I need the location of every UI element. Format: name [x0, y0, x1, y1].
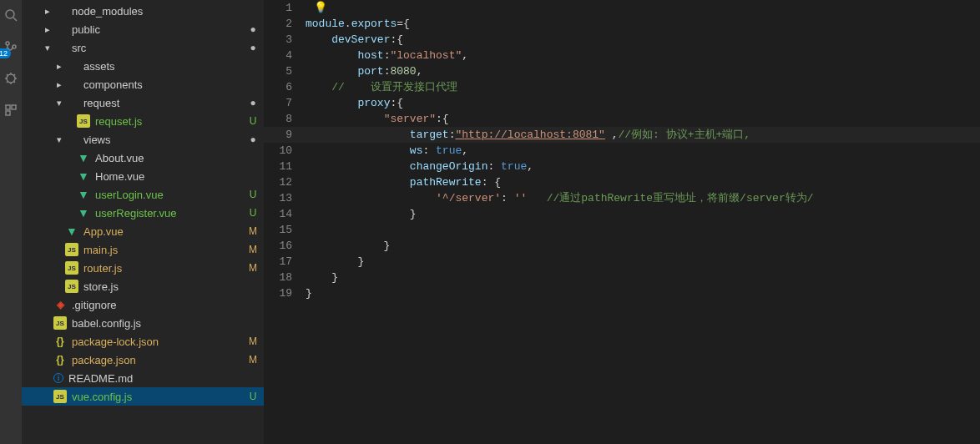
code-line[interactable]: 14 } — [264, 206, 980, 222]
git-status: ● — [247, 42, 259, 53]
file-explorer[interactable]: ▸node_modules▸public●▾src●▸assets▸compon… — [22, 0, 264, 444]
code-line[interactable]: 5 port:8080, — [264, 63, 980, 79]
file-label: Home.vue — [95, 170, 247, 183]
js-icon: JS — [53, 390, 67, 403]
file-label: babel.config.js — [72, 317, 247, 330]
svg-rect-8 — [6, 111, 10, 115]
code-line[interactable]: 19} — [264, 285, 980, 301]
folder-public[interactable]: ▸public● — [22, 20, 264, 38]
js-icon: JS — [65, 261, 78, 275]
file-label: public — [72, 23, 247, 36]
file-userRegister.vue[interactable]: ▼userRegister.vueU — [22, 204, 264, 222]
vue-icon: ▼ — [77, 188, 90, 201]
file-package.json[interactable]: {}package.jsonM — [22, 351, 264, 369]
code-line[interactable]: 13 '^/server': '' //通过pathRewrite重写地址，将前… — [264, 190, 980, 206]
file-label: src — [72, 42, 247, 54]
line-content: ws: true, — [306, 143, 468, 159]
lightbulb-icon[interactable]: 💡 — [314, 2, 327, 14]
line-number: 6 — [264, 79, 306, 95]
line-content: // 设置开发接口代理 — [306, 79, 457, 95]
code-line[interactable]: 16 } — [264, 238, 980, 254]
code-line[interactable]: 6 // 设置开发接口代理 — [264, 79, 980, 95]
file-router.js[interactable]: JSrouter.jsM — [22, 259, 264, 277]
file-package-lock.json[interactable]: {}package-lock.jsonM — [22, 332, 264, 351]
git-status: ● — [247, 97, 259, 108]
code-line[interactable]: 10 ws: true, — [264, 143, 980, 159]
code-line[interactable]: 1💡 — [264, 0, 980, 16]
line-number: 12 — [264, 174, 306, 190]
line-content: '^/server': '' //通过pathRewrite重写地址，将前缀/s… — [306, 190, 814, 206]
line-content: "server":{ — [306, 111, 449, 127]
debug-icon[interactable] — [3, 70, 19, 87]
folder-views[interactable]: ▾views● — [22, 130, 264, 149]
folder-assets[interactable]: ▸assets — [22, 57, 264, 75]
code-line[interactable]: 3 devServer:{ — [264, 32, 980, 48]
file-label: userLogin.vue — [95, 189, 247, 201]
code-editor[interactable]: 1💡2module.exports={3 devServer:{4 host:"… — [264, 0, 980, 444]
code-line[interactable]: 9 target:"http://localhost:8081" ,//例如: … — [264, 127, 980, 143]
line-number: 17 — [264, 254, 306, 270]
svg-rect-6 — [6, 105, 10, 109]
file-requset.js[interactable]: JSrequset.jsU — [22, 112, 264, 130]
code-line[interactable]: 18 } — [264, 270, 980, 285]
code-line[interactable]: 11 changeOrigin: true, — [264, 159, 980, 174]
file-store.js[interactable]: JSstore.js — [22, 277, 264, 295]
code-line[interactable]: 4 host:"localhost", — [264, 48, 980, 63]
line-number: 9 — [264, 127, 306, 143]
folder-icon — [53, 41, 67, 54]
chevron-icon: ▸ — [42, 24, 53, 35]
chevron-icon: ▸ — [42, 6, 53, 17]
code-line[interactable]: 7 proxy:{ — [264, 95, 980, 111]
file-main.js[interactable]: JSmain.jsM — [22, 240, 264, 259]
file-label: userRegister.vue — [95, 207, 247, 219]
source-control-icon[interactable]: 12 — [3, 38, 19, 55]
scm-badge: 12 — [0, 48, 11, 58]
git-status: ● — [247, 23, 259, 35]
folder-icon — [53, 4, 67, 18]
folder-node_modules[interactable]: ▸node_modules — [22, 2, 264, 20]
line-number: 4 — [264, 48, 306, 63]
file-label: request — [83, 97, 247, 109]
line-number: 2 — [264, 16, 306, 32]
chevron-icon: ▾ — [42, 43, 53, 53]
file-App.vue[interactable]: ▼App.vueM — [22, 222, 264, 240]
code-line[interactable]: 12 pathRewrite: { — [264, 174, 980, 190]
code-line[interactable]: 8 "server":{ — [264, 111, 980, 127]
file-.gitignore[interactable]: ◈.gitignore — [22, 295, 264, 314]
file-label: views — [83, 134, 247, 146]
folder-src[interactable]: ▾src● — [22, 38, 264, 57]
file-userLogin.vue[interactable]: ▼userLogin.vueU — [22, 185, 264, 204]
line-content: } — [306, 238, 390, 254]
line-number: 13 — [264, 190, 306, 206]
line-content: proxy:{ — [306, 95, 403, 111]
line-content: changeOrigin: true, — [306, 159, 533, 174]
file-Home.vue[interactable]: ▼Home.vue — [22, 167, 264, 185]
code-line[interactable]: 15 — [264, 222, 980, 238]
file-vue.config.js[interactable]: JSvue.config.jsU — [22, 387, 264, 406]
info-icon: i — [53, 373, 63, 383]
folder-icon — [65, 78, 78, 91]
folder-icon — [65, 133, 78, 146]
code-line[interactable]: 2module.exports={ — [264, 16, 980, 32]
js-icon: JS — [77, 114, 90, 128]
folder-icon — [65, 96, 78, 109]
extensions-icon[interactable] — [3, 102, 19, 119]
folder-components[interactable]: ▸components — [22, 75, 264, 93]
file-babel.config.js[interactable]: JSbabel.config.js — [22, 314, 264, 332]
file-README.md[interactable]: iREADME.md — [22, 369, 264, 387]
line-content: devServer:{ — [306, 32, 403, 48]
file-About.vue[interactable]: ▼About.vue — [22, 149, 264, 167]
search-icon[interactable] — [3, 7, 19, 23]
git-status: M — [247, 225, 259, 237]
code-line[interactable]: 17 } — [264, 254, 980, 270]
line-content: } — [306, 254, 364, 270]
line-number: 1 — [264, 0, 306, 16]
line-number: 7 — [264, 95, 306, 111]
line-content: 💡 — [306, 0, 327, 16]
line-number: 14 — [264, 206, 306, 222]
git-status: U — [247, 207, 259, 219]
line-content: } — [306, 270, 338, 285]
file-label: assets — [83, 60, 247, 73]
folder-request[interactable]: ▾request● — [22, 93, 264, 112]
git-status: U — [247, 391, 259, 402]
